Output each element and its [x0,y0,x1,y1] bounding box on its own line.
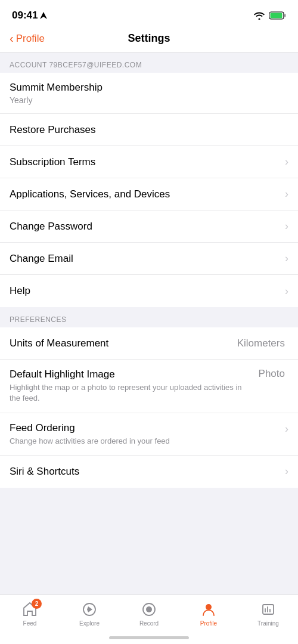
change-password-title: Change Password [10,220,285,233]
highlight-image-title: Default Highlight Image [10,368,254,381]
highlight-image-value: Photo [259,368,285,380]
home-indicator [109,636,189,639]
chevron-right-icon: › [285,465,288,478]
feed-tab-label: Feed [23,620,37,627]
account-section: Summit Membership Yearly Restore Purchas… [0,73,298,307]
chevron-right-icon: › [285,188,288,200]
explore-tab-label: Explore [79,620,100,627]
siri-shortcuts-title: Siri & Shortcuts [10,465,285,478]
back-button[interactable]: ‹ Profile [10,33,45,45]
list-item-restore-purchases[interactable]: Restore Purchases [0,114,298,146]
svg-rect-2 [271,13,283,18]
nav-bar: ‹ Profile Settings [0,26,298,52]
svg-rect-3 [284,14,286,17]
list-item-default-highlight-image[interactable]: Default Highlight Image Highlight the ma… [0,360,298,413]
list-item-change-password[interactable]: Change Password › [0,210,298,243]
tab-profile[interactable]: Profile [179,601,238,627]
profile-tab-label: Profile [200,620,217,627]
list-item-siri-shortcuts[interactable]: Siri & Shortcuts › [0,456,298,488]
chevron-right-icon: › [285,156,288,168]
feed-ordering-title: Feed Ordering [10,422,285,435]
back-chevron-icon: ‹ [10,32,14,44]
summit-membership-title: Summit Membership [10,81,288,94]
account-section-header: ACCOUNT 79BCEF57@UIFEED.COM [0,52,298,73]
chevron-right-icon: › [285,423,288,435]
list-item-units-of-measurement[interactable]: Units of Measurement Kilometers [0,327,298,360]
summit-membership-subtitle: Yearly [10,95,288,105]
training-tab-icon [260,601,277,618]
training-tab-label: Training [257,620,279,627]
svg-marker-0 [40,12,47,19]
status-bar: 09:41 [0,0,298,26]
preferences-section-header: PREFERENCES [0,307,298,327]
feed-badge: 2 [32,599,42,609]
svg-point-7 [146,606,152,612]
units-title: Units of Measurement [10,337,237,350]
wifi-icon [254,11,265,20]
record-tab-label: Record [139,620,159,627]
list-item-summit-membership[interactable]: Summit Membership Yearly [0,73,298,114]
applications-services-title: Applications, Services, and Devices [10,188,285,201]
svg-rect-9 [263,605,274,614]
back-label: Profile [16,33,45,45]
tab-feed[interactable]: 2 Feed [0,601,60,627]
svg-point-8 [206,604,212,610]
chevron-right-icon: › [285,285,288,298]
restore-purchases-title: Restore Purchases [10,123,288,137]
subscription-terms-title: Subscription Terms [10,156,285,169]
list-item-applications-services-devices[interactable]: Applications, Services, and Devices › [0,178,298,210]
list-item-help[interactable]: Help › [0,275,298,307]
list-item-feed-ordering[interactable]: Feed Ordering Change how activities are … [0,413,298,456]
record-tab-icon [141,601,157,618]
tab-training[interactable]: Training [238,601,298,627]
feed-tab-icon: 2 [21,601,38,618]
tab-explore[interactable]: Explore [60,601,119,627]
list-item-change-email[interactable]: Change Email › [0,243,298,275]
settings-container: ACCOUNT 79BCEF57@UIFEED.COM Summit Membe… [0,52,298,535]
explore-tab-icon [81,601,98,618]
feed-ordering-subtitle: Change how activities are ordered in you… [10,436,285,447]
change-email-title: Change Email [10,252,285,265]
profile-tab-icon [200,601,217,618]
help-title: Help [10,284,285,298]
battery-icon [269,11,286,20]
status-icons [254,11,286,20]
svg-marker-5 [87,606,92,612]
highlight-image-subtitle: Highlight the map or a photo to represen… [10,382,254,404]
location-icon [40,12,47,19]
tab-record[interactable]: Record [119,601,179,627]
page-title: Settings [128,32,170,45]
preferences-section: Units of Measurement Kilometers Default … [0,327,298,488]
list-item-subscription-terms[interactable]: Subscription Terms › [0,146,298,178]
chevron-right-icon: › [285,252,288,265]
units-value: Kilometers [237,338,285,349]
status-time: 09:41 [12,10,47,21]
chevron-right-icon: › [285,220,288,233]
